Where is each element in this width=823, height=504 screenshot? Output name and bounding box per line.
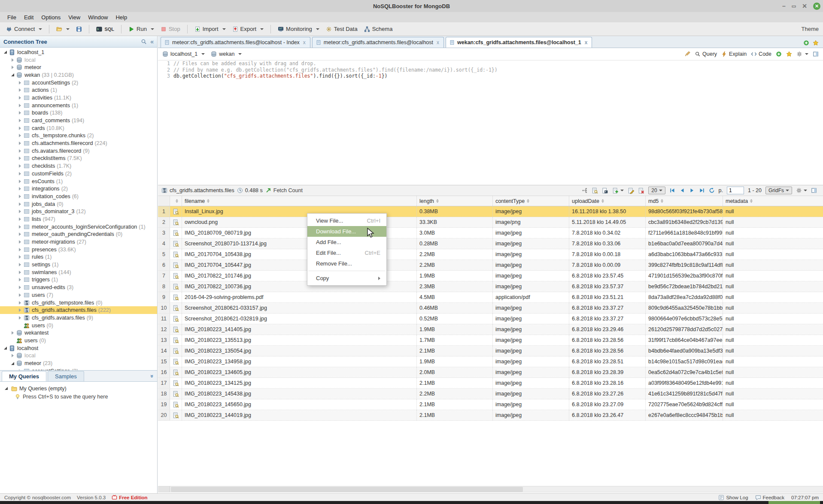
collapsed-arrow-icon[interactable] (17, 316, 23, 320)
tree-item-unsaved-edits[interactable]: unsaved-edits(3) (0, 284, 157, 291)
close-button[interactable]: ✕ (802, 3, 807, 9)
menu-item-options[interactable]: Options (37, 13, 64, 22)
table-row[interactable]: 10Screenshot_20180621-033157.jpg0.46MBim… (158, 303, 823, 314)
tree-item-announcements[interactable]: announcements(1) (0, 102, 157, 109)
preview-icon[interactable] (170, 324, 182, 335)
collapsed-arrow-icon[interactable] (17, 157, 23, 160)
table-row[interactable]: 13IMG_20180223_135513.jpg1.7MBimage/jpeg… (158, 335, 823, 346)
table-row[interactable]: 7IMG_20170822_101746.jpg1.9MBimage/jpeg6… (158, 271, 823, 281)
maximize-button[interactable]: ▭ (792, 3, 796, 9)
tree-item-boards[interactable]: boards(138) (0, 109, 157, 117)
collapsed-arrow-icon[interactable] (17, 286, 23, 289)
collapsed-arrow-icon[interactable] (17, 308, 23, 312)
tab-close-icon[interactable]: x (303, 39, 306, 45)
results-gear-icon[interactable] (796, 187, 802, 193)
collapsed-arrow-icon[interactable] (17, 217, 23, 221)
expanded-arrow-icon[interactable] (3, 51, 8, 54)
add-script-icon[interactable] (776, 51, 782, 57)
preview-icon[interactable] (170, 389, 182, 399)
tree-item-invitation_codes[interactable]: invitation_codes(6) (0, 193, 157, 200)
collapsed-arrow-icon[interactable] (17, 293, 23, 297)
tree-item-meteor_oauth_pendingCredentials[interactable]: meteor_oauth_pendingCredentials(0) (0, 231, 157, 238)
table-row[interactable]: 2owncloud.png33.3KBimage/png5.11.2018 kl… (158, 217, 823, 228)
tree-item-customFields[interactable]: customFields(2) (0, 170, 157, 178)
tab-list-star-icon[interactable] (813, 40, 819, 46)
tree-item-cfs.avatars.filerecord[interactable]: cfs.avatars.filerecord(9) (0, 147, 157, 155)
collapsed-arrow-icon[interactable] (17, 210, 23, 213)
menu-item-window[interactable]: Window (84, 13, 112, 22)
collapsed-arrow-icon[interactable] (17, 127, 23, 130)
table-row[interactable]: 92016-04-29-solving-problems.pdf4.5MBapp… (158, 292, 823, 303)
code-button[interactable]: Code (751, 51, 771, 57)
open-button[interactable] (55, 25, 71, 33)
tree-item-cfs_gridfs.attachments.files[interactable]: cfs_gridfs.attachments.files(222) (0, 306, 157, 314)
column-header-uploadDate[interactable]: uploadDate (569, 196, 646, 206)
collapsed-arrow-icon[interactable] (17, 255, 23, 259)
tree-item-users[interactable]: users(0) (0, 322, 157, 329)
collapsed-arrow-icon[interactable] (10, 66, 15, 69)
query-editor[interactable]: 1// Files can be added easily with drag … (158, 60, 823, 185)
table-row[interactable]: 15IMG_20180223_134958.jpg1.9MBimage/jpeg… (158, 356, 823, 367)
tree-item-jobs_data[interactable]: jobs_data(0) (0, 200, 157, 208)
tree-item-local[interactable]: local (0, 352, 157, 360)
view-document-icon[interactable] (592, 187, 598, 194)
last-page-icon[interactable] (699, 187, 705, 193)
tab-my-queries[interactable]: My Queries (2, 371, 46, 381)
collapsed-arrow-icon[interactable] (17, 202, 23, 206)
tree-item-lists[interactable]: lists(947) (0, 215, 157, 223)
tree-item-localhost[interactable]: localhost (0, 344, 157, 352)
collapsed-arrow-icon[interactable] (17, 164, 23, 168)
menu-item-view[interactable]: View (64, 13, 84, 22)
expanded-arrow-icon[interactable] (10, 362, 15, 365)
preview-icon[interactable] (170, 271, 182, 281)
collapsed-arrow-icon[interactable] (17, 263, 23, 266)
collapsed-arrow-icon[interactable] (17, 142, 23, 145)
tree-item-wekan[interactable]: wekan(33 | 0.21GB) (0, 71, 157, 79)
tree-item-meteor[interactable]: meteor(23) (0, 359, 157, 367)
preview-icon[interactable] (170, 410, 182, 420)
table-row[interactable]: 19IMG_20180223_145650.jpg2.1MBimage/jpeg… (158, 399, 823, 410)
collapsed-arrow-icon[interactable] (17, 111, 23, 115)
collapsed-arrow-icon[interactable] (17, 271, 23, 274)
next-page-icon[interactable] (689, 187, 695, 193)
collapsed-arrow-icon[interactable] (17, 81, 23, 85)
column-header-filename[interactable]: filename (182, 196, 417, 206)
tree-item-swimlanes[interactable]: swimlanes(144) (0, 269, 157, 276)
preview-icon[interactable] (170, 260, 182, 270)
tree-item-checklists[interactable]: checklists(1.7K) (0, 162, 157, 170)
tree-item-jobs_dominator_3[interactable]: jobs_dominator_3(12) (0, 208, 157, 215)
edit-document-icon[interactable] (628, 187, 634, 194)
preview-icon[interactable] (170, 281, 182, 292)
preview-icon[interactable] (170, 217, 182, 227)
expanded-arrow-icon[interactable] (3, 347, 8, 350)
tree-item-cfs_gridfs._tempstore.files[interactable]: cfs_gridfs._tempstore.files(0) (0, 299, 157, 307)
theme-link[interactable]: Theme (802, 26, 819, 32)
preview-icon[interactable] (170, 303, 182, 313)
collapsed-arrow-icon[interactable] (17, 134, 23, 137)
show-log-button[interactable]: Show Log (718, 495, 748, 501)
my-queries-folder[interactable]: My Queries (empty) (3, 384, 154, 392)
header-icon-col[interactable] (170, 196, 182, 206)
collapsed-arrow-icon[interactable] (10, 58, 15, 62)
tree-item-card_comments[interactable]: card_comments(194) (0, 117, 157, 124)
scrollbar-thumb[interactable] (171, 487, 523, 492)
preview-icon[interactable] (170, 346, 182, 356)
tree-item-cfs_gridfs.avatars.files[interactable]: cfs_gridfs.avatars.files(9) (0, 314, 157, 322)
table-row[interactable]: 18IMG_20180223_145438.jpg2.2MBimage/jpeg… (158, 389, 823, 399)
collapsed-arrow-icon[interactable] (17, 172, 23, 175)
page-number-input[interactable] (727, 187, 744, 194)
expanded-arrow-icon[interactable] (10, 73, 15, 76)
preview-icon[interactable] (170, 378, 182, 388)
collapsed-arrow-icon[interactable] (17, 225, 23, 229)
column-header-length[interactable]: length (417, 196, 493, 206)
menu-item-edit[interactable]: Edit (20, 13, 37, 22)
collapsed-arrow-icon[interactable] (17, 104, 23, 107)
collapsed-arrow-icon[interactable] (17, 248, 23, 251)
refresh-icon[interactable] (709, 187, 715, 193)
tree-item-accountSettings[interactable]: accountSettings(2) (0, 367, 157, 370)
context-menu-item-copy[interactable]: Copy (307, 273, 386, 284)
preview-icon[interactable] (170, 367, 182, 377)
tree-item-accountSettings[interactable]: accountSettings(2) (0, 79, 157, 87)
tree-item-local[interactable]: local (0, 56, 157, 64)
test-data-button[interactable]: Test Data (324, 24, 359, 33)
